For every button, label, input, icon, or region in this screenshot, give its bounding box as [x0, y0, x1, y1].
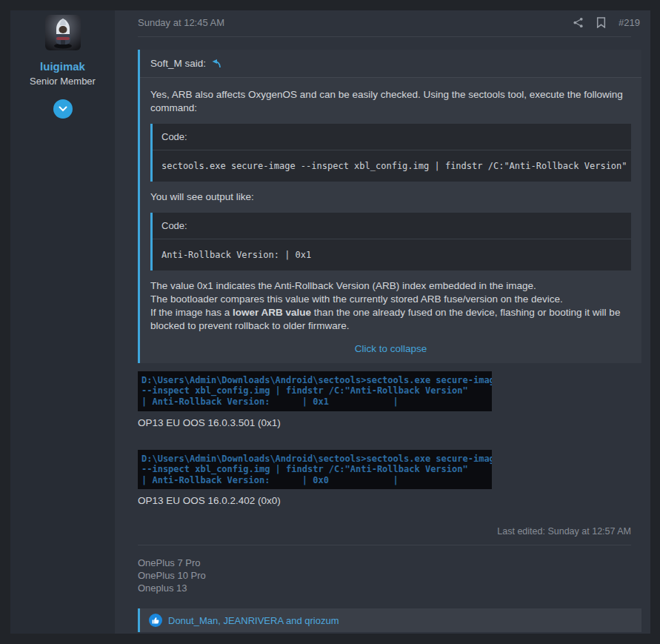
terminal-text: D:\Users\Admin\Downloads\Android\sectool… — [141, 454, 490, 486]
terminal-screenshot-1[interactable]: D:\Users\Admin\Downloads\Android\sectool… — [138, 371, 492, 411]
terminal-caption-1: OP13 EU OOS 16.0.3.501 (0x1) — [138, 417, 641, 428]
code-block-content[interactable]: sectools.exe secure-image --inspect xbl_… — [153, 150, 631, 182]
chevron-down-icon — [59, 106, 67, 112]
username-link[interactable]: luigimak — [40, 60, 85, 73]
explanation-line-2: The bootloader compares this value with … — [150, 293, 563, 305]
quote-intro-text: Yes, ARB also affects OxygenOS and can b… — [150, 88, 631, 115]
quote-between-text: You will see output like: — [150, 190, 631, 204]
user-sidebar: luigimak Senior Member — [10, 10, 115, 634]
explanation-line-1: The value 0x1 indicates the Anti-Rollbac… — [150, 280, 536, 291]
code-block-content[interactable]: Anti-Rollback Version: | 0x1 — [153, 239, 631, 270]
last-edited-text: Last edited: Sunday at 12:57 AM — [138, 526, 631, 537]
post-header: Sunday at 12:45 AM — [138, 17, 641, 28]
user-title: Senior Member — [30, 76, 96, 87]
post-main: Sunday at 12:45 AM — [115, 10, 650, 634]
post-date-link[interactable]: Sunday at 12:45 AM — [138, 17, 224, 28]
bookmark-button[interactable] — [596, 17, 606, 28]
reactions-bar[interactable]: Donut_Man, JEANRIVERA and qriozum — [138, 608, 641, 632]
terminal-caption-2: OP13 EU OOS 16.0.2.402 (0x0) — [138, 495, 641, 506]
terminal-text: D:\Users\Admin\Downloads\Android\sectool… — [141, 375, 490, 408]
post-number-link[interactable]: #219 — [619, 17, 640, 28]
signature-line: Oneplus 13 — [138, 582, 641, 594]
quote-body: Yes, ARB also affects OxygenOS and can b… — [140, 78, 641, 363]
thumbs-up-icon — [152, 617, 159, 624]
forum-post: luigimak Senior Member Sunday at 12:45 A… — [10, 10, 650, 634]
code-block-label: Code: — [153, 213, 631, 239]
signature-line: OnePlus 7 Pro — [138, 557, 641, 569]
quote-attribution-text: Soft_M said: — [150, 58, 206, 69]
explanation-line-3-bold: lower ARB value — [233, 307, 311, 318]
forum-page: luigimak Senior Member Sunday at 12:45 A… — [0, 0, 660, 644]
avatar-image — [45, 15, 81, 50]
bookmark-icon — [596, 17, 606, 28]
share-icon — [573, 17, 584, 28]
click-to-collapse-link[interactable]: Click to collapse — [150, 343, 631, 354]
signature-block: OnePlus 7 Pro OnePlus 10 Pro Oneplus 13 — [138, 557, 641, 594]
quote-explanation-text: The value 0x1 indicates the Anti-Rollbac… — [150, 279, 631, 333]
quote-attribution[interactable]: Soft_M said: — [140, 50, 641, 78]
share-button[interactable] — [573, 17, 584, 28]
terminal-screenshot-2[interactable]: D:\Users\Admin\Downloads\Android\sectool… — [138, 450, 492, 490]
signature-line: OnePlus 10 Pro — [138, 569, 641, 582]
explanation-line-3-pre: If the image has a — [150, 307, 233, 318]
quote-block: Soft_M said: Yes, ARB also affects Oxyge… — [138, 50, 641, 363]
user-expand-button[interactable] — [53, 99, 73, 119]
goto-quoted-post-icon[interactable] — [211, 59, 221, 68]
code-block-label: Code: — [153, 124, 631, 150]
post-header-actions: #219 — [573, 17, 640, 28]
code-block-output: Code: Anti-Rollback Version: | 0x1 — [150, 213, 631, 270]
code-block-command: Code: sectools.exe secure-image --inspec… — [150, 124, 631, 182]
reaction-users-link[interactable]: Donut_Man, JEANRIVERA and qriozum — [168, 615, 339, 626]
signature-divider — [138, 545, 631, 545]
like-reaction-icon — [149, 614, 162, 627]
header-divider — [138, 36, 631, 37]
avatar[interactable] — [45, 15, 81, 50]
